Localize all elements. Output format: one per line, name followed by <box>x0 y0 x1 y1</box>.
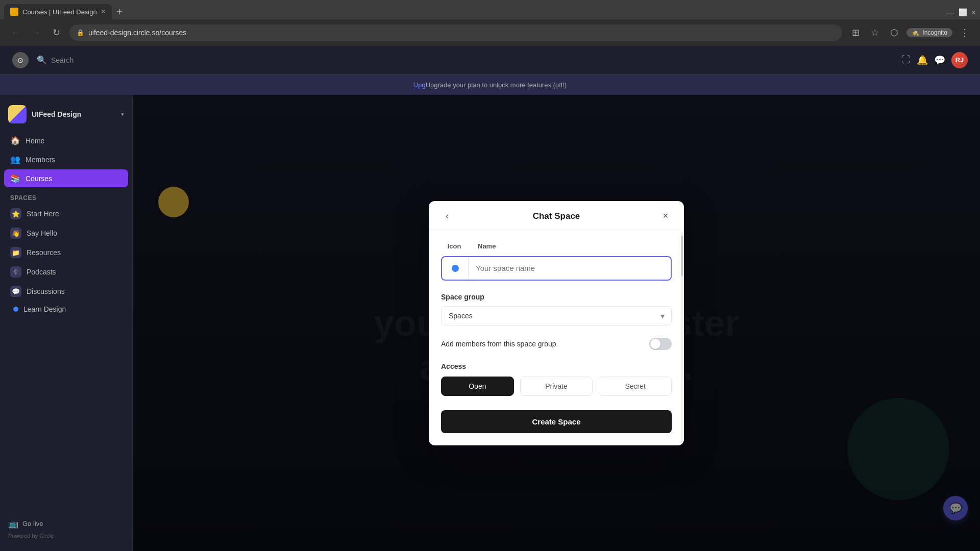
podcasts-icon: 🎙 <box>10 266 21 278</box>
nav-forward-btn[interactable]: → <box>29 26 43 40</box>
space-item-podcasts[interactable]: 🎙 Podcasts <box>4 263 128 281</box>
form-labels-row: Icon Name <box>441 242 672 250</box>
icon-dot <box>452 265 459 272</box>
sidebar-item-courses[interactable]: 📚 Courses <box>4 169 128 187</box>
window-maximize[interactable]: ⬜ <box>959 8 967 17</box>
bookmark-icon[interactable]: ☆ <box>868 26 882 40</box>
say-hello-icon: 👋 <box>10 228 21 239</box>
main-content: Courses Create a course space s on Circl… <box>133 95 980 551</box>
space-item-start-here[interactable]: ⭐ Start Here <box>4 205 128 223</box>
close-icon: × <box>663 211 669 221</box>
space-item-discussions[interactable]: 💬 Discussions <box>4 282 128 300</box>
nav-refresh-btn[interactable]: ↻ <box>49 26 63 40</box>
community-selector[interactable]: UIFeed Design ▾ <box>0 101 132 128</box>
access-label: Access <box>441 362 672 370</box>
start-here-icon: ⭐ <box>10 208 21 219</box>
community-name: UIFeed Design <box>32 110 116 118</box>
add-members-label: Add members from this space group <box>441 340 556 348</box>
notification-bell-icon[interactable]: 🔔 <box>917 55 928 66</box>
incognito-badge: 🕵 Incognito <box>906 28 952 37</box>
header-search[interactable]: 🔍 Search <box>37 55 74 65</box>
icon-name-input-group <box>441 256 672 281</box>
community-logo <box>8 105 27 123</box>
tab-close-btn[interactable]: × <box>101 8 106 16</box>
home-icon: 🏠 <box>10 136 20 145</box>
modal-header: ‹ Chat Space × <box>429 201 684 230</box>
modal-scrollbar-thumb <box>681 236 683 277</box>
create-space-modal-btn[interactable]: Create Space <box>441 410 672 433</box>
header-actions: ⛶ 🔔 💬 RJ <box>901 52 968 68</box>
search-label: Search <box>51 56 74 64</box>
address-text: uifeed-design.circle.so/courses <box>88 29 186 37</box>
browser-nav: ← → ↻ 🔒 uifeed-design.circle.so/courses … <box>0 19 980 46</box>
browser-tabs: Courses | UIFeed Design × + — ⬜ × <box>0 0 980 19</box>
banner-link[interactable]: Upg <box>413 81 426 89</box>
window-close[interactable]: × <box>971 8 976 17</box>
go-live-label: Go live <box>22 520 43 528</box>
modal-scroll-area[interactable]: Icon Name Space group <box>429 230 684 445</box>
learn-design-icon <box>13 307 18 312</box>
members-icon: 👥 <box>10 155 20 164</box>
back-icon: ‹ <box>446 211 449 221</box>
app-layout: ⊙ 🔍 Search ⛶ 🔔 💬 RJ Upg Upgrade your pla… <box>0 46 980 551</box>
space-label-discussions: Discussions <box>27 287 65 295</box>
active-tab[interactable]: Courses | UIFeed Design × <box>4 4 112 19</box>
browser-chrome: Courses | UIFeed Design × + — ⬜ × ← → ↻ … <box>0 0 980 46</box>
space-item-learn-design[interactable]: Learn Design <box>4 302 128 317</box>
resources-icon: 📁 <box>10 247 21 258</box>
space-item-resources[interactable]: 📁 Resources <box>4 243 128 262</box>
discussions-icon: 💬 <box>10 286 21 297</box>
name-column-label: Name <box>478 242 496 250</box>
sidebar-item-home[interactable]: 🏠 Home <box>4 132 128 149</box>
chevron-down-icon: ▾ <box>121 111 124 118</box>
incognito-label: Incognito <box>922 29 947 36</box>
window-minimize[interactable]: — <box>946 8 954 17</box>
access-secret-btn[interactable]: Secret <box>599 377 672 396</box>
space-label-learn-design: Learn Design <box>23 305 66 313</box>
go-live-btn[interactable]: 📺 Go live <box>8 519 124 529</box>
sidebar-label-members: Members <box>26 156 55 164</box>
nav-back-btn[interactable]: ← <box>8 26 22 40</box>
sidebar-footer: 📺 Go live Powered by Circle <box>0 513 132 545</box>
space-label-resources: Resources <box>27 248 61 257</box>
space-name-input[interactable] <box>469 259 671 278</box>
access-options: Open Private Secret <box>441 377 672 396</box>
space-label-podcasts: Podcasts <box>27 268 56 276</box>
go-live-icon: 📺 <box>8 519 18 529</box>
sidebar-spaces: ⭐ Start Here 👋 Say Hello 📁 Resources 🎙 P… <box>0 205 132 318</box>
access-open-btn[interactable]: Open <box>441 377 514 396</box>
space-label-say-hello: Say Hello <box>27 229 57 237</box>
modal-scrollbar <box>681 232 683 445</box>
address-bar[interactable]: 🔒 uifeed-design.circle.so/courses <box>69 24 842 41</box>
icon-picker-btn[interactable] <box>442 257 469 280</box>
nav-actions: ⊞ ☆ ⬡ 🕵 Incognito ⋮ <box>848 26 972 40</box>
sidebar-label-home: Home <box>26 137 44 145</box>
body-layout: UIFeed Design ▾ 🏠 Home 👥 Members 📚 Cours… <box>0 95 980 551</box>
upgrade-banner: Upg Upgrade your plan to unlock more fea… <box>0 74 980 95</box>
add-members-row: Add members from this space group <box>441 338 672 350</box>
new-tab-btn[interactable]: + <box>112 4 127 19</box>
space-group-select[interactable]: Spaces General Community <box>441 306 672 325</box>
space-item-say-hello[interactable]: 👋 Say Hello <box>4 224 128 242</box>
modal-title: Chat Space <box>533 211 580 221</box>
app-header: ⊙ 🔍 Search ⛶ 🔔 💬 RJ <box>0 46 980 74</box>
tab-title: Courses | UIFeed Design <box>22 8 97 16</box>
courses-icon: 📚 <box>10 173 20 183</box>
expand-icon[interactable]: ⛶ <box>901 55 911 65</box>
toggle-knob <box>650 339 660 349</box>
sidebar-item-members[interactable]: 👥 Members <box>4 151 128 168</box>
sidebar: UIFeed Design ▾ 🏠 Home 👥 Members 📚 Cours… <box>0 95 133 551</box>
modal-overlay[interactable]: ‹ Chat Space × Icon Name <box>133 95 980 551</box>
modal-back-btn[interactable]: ‹ <box>439 208 455 224</box>
user-avatar[interactable]: RJ <box>951 52 968 68</box>
add-members-toggle[interactable] <box>649 338 672 350</box>
access-private-btn[interactable]: Private <box>520 377 593 396</box>
spaces-section-title: Spaces <box>0 188 132 205</box>
chat-icon[interactable]: 💬 <box>934 55 945 66</box>
more-options-icon[interactable]: ⋮ <box>958 26 972 40</box>
cast-icon[interactable]: ⊞ <box>848 26 863 40</box>
header-logo: ⊙ <box>12 52 29 68</box>
modal-close-btn[interactable]: × <box>657 208 674 224</box>
space-group-label: Space group <box>441 293 672 301</box>
extension-icon[interactable]: ⬡ <box>887 26 901 40</box>
